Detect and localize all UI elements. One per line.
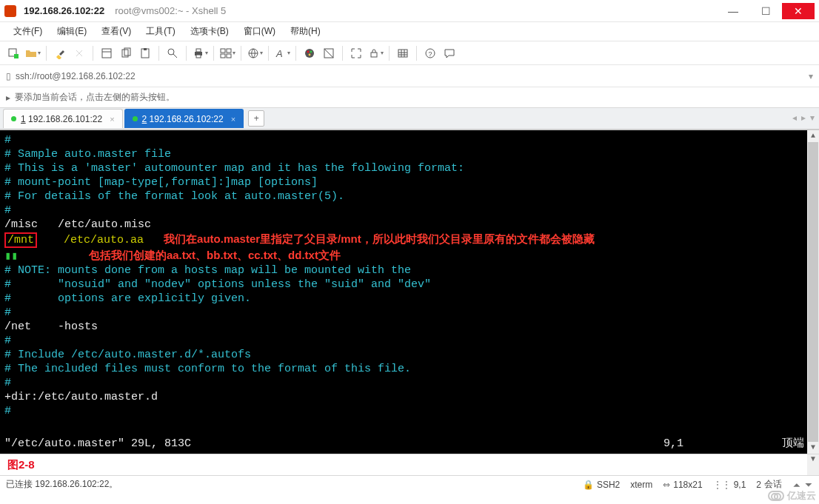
- fullscreen-button[interactable]: [347, 44, 365, 62]
- vim-scroll-position: 顶端: [767, 437, 804, 451]
- tab-next-icon[interactable]: ▸: [801, 112, 806, 123]
- chat-button[interactable]: [441, 44, 458, 62]
- tab-session-2[interactable]: 2 192.168.26.102:22 ×: [124, 109, 244, 128]
- svg-point-22: [309, 53, 311, 56]
- connection-status: 已连接 192.168.26.102:22。: [6, 478, 572, 491]
- cursor-icon: ⋮⋮: [713, 480, 731, 490]
- terminal-line: # options are explicitly given.: [4, 292, 803, 306]
- terminal-line: # For details of the format look at auto…: [4, 189, 803, 204]
- color-button[interactable]: [301, 44, 318, 62]
- keypad-button[interactable]: [394, 44, 412, 62]
- svg-rect-2: [102, 49, 111, 58]
- address-dropdown-icon[interactable]: ▾: [809, 71, 813, 81]
- terminal-line: +dir:/etc/auto.master.d: [4, 390, 803, 404]
- scroll-down-icon[interactable]: ▼: [807, 442, 819, 454]
- scrollbar-thumb[interactable]: [808, 142, 818, 442]
- close-button[interactable]: ✕: [782, 3, 815, 19]
- layout-button[interactable]: ▾: [218, 44, 236, 62]
- address-bar: ▯ ssh://root@192.168.26.102:22 ▾: [0, 65, 819, 87]
- tab-2-label: 192.168.26.102:22: [150, 114, 224, 124]
- highlight-button[interactable]: [51, 44, 69, 62]
- terminal[interactable]: ## Sample auto.master file# This is a 'm…: [0, 130, 819, 454]
- window-title-main: 192.168.26.102:22: [24, 5, 104, 16]
- terminal-line: # The included files must conform to the…: [4, 362, 803, 376]
- terminal-content[interactable]: ## Sample auto.master file# This is a 'm…: [0, 130, 807, 421]
- tab-2-close-icon[interactable]: ×: [231, 115, 235, 124]
- status-down-icon[interactable]: ⏷: [804, 480, 813, 490]
- menu-help[interactable]: 帮助(H): [284, 23, 327, 40]
- encoding-button[interactable]: ▾: [246, 44, 264, 62]
- open-button[interactable]: ▾: [24, 44, 41, 62]
- svg-point-19: [305, 49, 314, 58]
- paste-button[interactable]: [136, 44, 154, 62]
- terminal-line: # NOTE: mounts done from a hosts map wil…: [4, 263, 803, 278]
- hint-text: 要添加当前会话，点击左侧的箭头按钮。: [15, 91, 175, 104]
- print-button[interactable]: ▾: [191, 44, 209, 62]
- terminal-line: # "nosuid" and "nodev" options unless th…: [4, 278, 803, 292]
- menu-tabs[interactable]: 选项卡(B): [184, 23, 235, 40]
- menu-bar: 文件(F) 编辑(E) 查看(V) 工具(T) 选项卡(B) 窗口(W) 帮助(…: [0, 22, 819, 41]
- cursor-position: 9,1: [734, 480, 746, 490]
- tab-1-close-icon[interactable]: ×: [110, 115, 114, 124]
- watermark: 亿速云: [768, 489, 816, 503]
- figure-scroll-down-icon[interactable]: ▼: [807, 454, 819, 475]
- terminal-line: ▮▮ 包括我们创建的aa.txt、bb.txt、cc.txt、dd.txt文件: [4, 248, 803, 263]
- term-size-segment: ⇔118x21: [663, 480, 702, 490]
- hint-bar: ▸ 要添加当前会话，点击左侧的箭头按钮。: [0, 87, 819, 108]
- terminal-line: # Include /etc/auto.master.d/*.autofs: [4, 348, 803, 362]
- menu-window[interactable]: 窗口(W): [238, 23, 281, 40]
- terminal-line: #: [4, 404, 803, 418]
- maximize-button[interactable]: ☐: [749, 3, 782, 19]
- terminal-status-line: "/etc/auto.master" 29L, 813C 9,1 顶端: [4, 437, 804, 451]
- status-up-icon[interactable]: ⏶: [792, 480, 801, 490]
- terminal-line: # Sample auto.master file: [4, 147, 803, 161]
- svg-rect-7: [144, 48, 147, 50]
- new-session-button[interactable]: [4, 44, 22, 62]
- properties-button[interactable]: [98, 44, 116, 62]
- terminal-line: /misc /etc/auto.misc: [4, 218, 803, 232]
- menu-tools[interactable]: 工具(T): [140, 23, 181, 40]
- svg-rect-25: [398, 50, 407, 57]
- terminal-line: #: [4, 376, 803, 390]
- tab-nav: ◂ ▸ ▾: [792, 112, 815, 123]
- scroll-up-icon[interactable]: ▲: [807, 130, 819, 142]
- svg-rect-1: [14, 54, 19, 58]
- menu-file[interactable]: 文件(F): [7, 23, 48, 40]
- help-button[interactable]: ?: [421, 44, 439, 62]
- terminal-line: /mnt /etc/auto.aa 我们在auto.master里指定了父目录/…: [4, 232, 803, 248]
- tab-session-1[interactable]: 1 192.168.26.101:22 ×: [3, 109, 123, 128]
- svg-rect-14: [227, 49, 231, 53]
- add-session-icon[interactable]: ▸: [6, 93, 10, 103]
- find-button[interactable]: [164, 44, 181, 62]
- tab-prev-icon[interactable]: ◂: [792, 112, 797, 123]
- tab-list-icon[interactable]: ▾: [810, 112, 815, 123]
- menu-edit[interactable]: 编辑(E): [51, 23, 93, 40]
- add-tab-button[interactable]: +: [248, 110, 264, 127]
- terminal-line: #: [4, 204, 803, 218]
- font-button[interactable]: A▾: [273, 44, 291, 62]
- terminal-line: # This is a 'master' automounter map and…: [4, 161, 803, 175]
- sessions-count: 2: [756, 480, 761, 490]
- menu-view[interactable]: 查看(V): [96, 23, 137, 40]
- terminal-line: #: [4, 133, 803, 147]
- vim-cursor-position: 9,1: [663, 437, 767, 451]
- svg-rect-15: [221, 54, 225, 58]
- tab-2-hotkey: 2: [142, 114, 147, 124]
- lock-icon: 🔒: [583, 480, 594, 490]
- copy-button[interactable]: [117, 44, 135, 62]
- terminal-scrollbar[interactable]: ▲ ▼: [807, 130, 819, 454]
- svg-rect-16: [227, 54, 231, 58]
- status-nav: ⏶⏷: [792, 480, 813, 490]
- lock-button[interactable]: ▾: [367, 44, 384, 62]
- status-dot-icon: [133, 116, 138, 121]
- svg-text:?: ?: [429, 50, 432, 58]
- address-input[interactable]: ssh://root@192.168.26.102:22: [16, 71, 804, 81]
- terminal-line: #: [4, 334, 803, 348]
- status-dot-icon: [11, 116, 16, 121]
- bookmark-icon[interactable]: ▯: [6, 71, 11, 81]
- reconnect-button[interactable]: [70, 44, 88, 62]
- status-bar: 已连接 192.168.26.102:22。 🔒SSH2 xterm ⇔118x…: [0, 475, 819, 493]
- terminal-line: /net -hosts: [4, 320, 803, 334]
- minimize-button[interactable]: —: [717, 3, 749, 19]
- transparency-button[interactable]: [320, 44, 338, 62]
